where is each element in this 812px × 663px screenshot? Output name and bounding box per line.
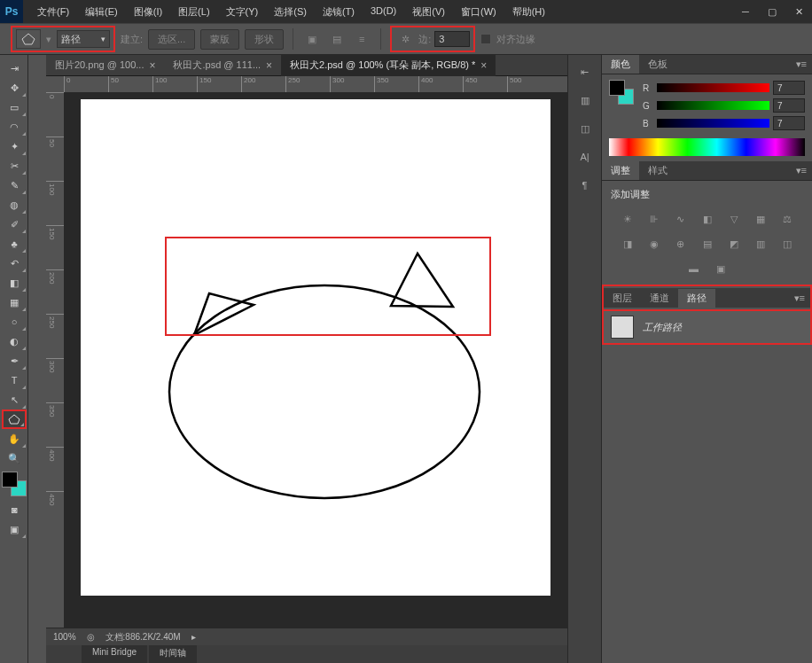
adjustments-tab[interactable]: 调整 — [602, 161, 639, 180]
history-brush-tool[interactable]: ↶ — [2, 254, 27, 273]
minimize-button[interactable]: ─ — [732, 3, 759, 20]
collapse-arrows-icon[interactable]: ⇥ — [2, 58, 27, 78]
document-tab[interactable]: 图片20.png @ 100... × — [46, 55, 164, 76]
panel-menu-icon[interactable]: ▾≡ — [791, 165, 812, 176]
stamp-tool[interactable]: ♣ — [2, 234, 27, 254]
view-icon[interactable]: ◎ — [87, 632, 95, 642]
colorlookup-icon[interactable]: ▤ — [698, 235, 717, 253]
panel-menu-icon[interactable]: ▾≡ — [789, 292, 810, 304]
selective-icon[interactable]: ▣ — [711, 260, 730, 277]
photofilter-icon[interactable]: ◉ — [644, 235, 664, 253]
zoom-level[interactable]: 100% — [53, 632, 76, 642]
close-icon[interactable]: × — [266, 59, 272, 72]
horizontal-ruler[interactable]: 050100150200250300350400450500 — [64, 76, 567, 92]
path-operations-icon[interactable]: ▣ — [302, 29, 322, 49]
fg-color-swatch[interactable] — [609, 80, 625, 96]
magic-wand-tool[interactable]: ✦ — [2, 136, 27, 156]
menu-file[interactable]: 文件(F) — [30, 2, 76, 22]
blur-tool[interactable]: ○ — [2, 312, 27, 332]
posterize-icon[interactable]: ▥ — [751, 235, 770, 253]
polygon-shape-tool[interactable] — [2, 410, 27, 429]
r-slider[interactable] — [657, 83, 769, 92]
canvas[interactable] — [81, 99, 550, 596]
brush-tool[interactable]: ✐ — [2, 214, 27, 234]
levels-icon[interactable]: ⊪ — [644, 210, 664, 228]
menu-window[interactable]: 窗口(W) — [454, 2, 504, 22]
zoom-tool[interactable]: 🔍 — [2, 448, 27, 468]
gradientmap-icon[interactable]: ▬ — [684, 260, 704, 277]
menu-view[interactable]: 视图(V) — [405, 2, 452, 22]
invert-icon[interactable]: ◩ — [724, 235, 744, 253]
bw-icon[interactable]: ◨ — [618, 235, 637, 253]
path-align-icon[interactable]: ▤ — [327, 29, 347, 49]
shape-button[interactable]: 形状 — [245, 29, 284, 50]
close-icon[interactable]: × — [480, 59, 487, 72]
lasso-tool[interactable]: ◠ — [2, 117, 27, 136]
hand-tool[interactable]: ✋ — [2, 429, 27, 448]
colorbalance-icon[interactable]: ⚖ — [777, 210, 797, 228]
gear-icon[interactable]: ✲ — [395, 29, 415, 49]
menu-3d[interactable]: 3D(D) — [363, 2, 403, 22]
panel-menu-icon[interactable]: ▾≡ — [791, 58, 812, 70]
r-input[interactable] — [773, 81, 805, 95]
menu-filter[interactable]: 滤镜(T) — [316, 2, 362, 22]
paragraph-icon[interactable]: ¶ — [575, 176, 595, 195]
channelmixer-icon[interactable]: ⊕ — [671, 235, 691, 253]
marquee-tool[interactable]: ▭ — [2, 98, 27, 117]
character-icon[interactable]: A| — [575, 147, 595, 167]
current-tool-icon[interactable] — [16, 29, 41, 49]
fg-swatch[interactable] — [2, 472, 18, 488]
close-icon[interactable]: × — [149, 59, 155, 72]
timeline-tab[interactable]: 时间轴 — [149, 645, 197, 663]
color-swatches[interactable] — [2, 472, 27, 496]
mini-bridge-tab[interactable]: Mini Bridge — [82, 645, 147, 663]
vertical-ruler[interactable]: 050100150200250300350400450 — [46, 92, 64, 628]
exposure-icon[interactable]: ◧ — [698, 210, 717, 228]
collapse-icon[interactable]: ⇤ — [575, 62, 595, 82]
close-button[interactable]: ✕ — [785, 3, 812, 20]
screen-mode-toggle[interactable]: ▣ — [2, 519, 27, 539]
quick-mask-toggle[interactable]: ◙ — [2, 500, 27, 519]
menu-select[interactable]: 选择(S) — [267, 2, 314, 22]
path-item[interactable]: 工作路径 — [604, 311, 810, 343]
channels-tab[interactable]: 通道 — [641, 289, 678, 308]
mask-button[interactable]: 蒙版 — [200, 29, 239, 50]
histogram-icon[interactable]: ▥ — [575, 90, 595, 110]
swatches-tab[interactable]: 色板 — [639, 55, 676, 74]
menu-image[interactable]: 图像(I) — [127, 2, 169, 22]
gradient-tool[interactable]: ▦ — [2, 292, 27, 312]
menu-help[interactable]: 帮助(H) — [505, 2, 552, 22]
g-input[interactable] — [773, 98, 805, 113]
threshold-icon[interactable]: ◫ — [777, 235, 797, 253]
layers-tab[interactable]: 图层 — [604, 289, 641, 308]
stroke-input[interactable] — [434, 31, 470, 47]
move-tool[interactable]: ✥ — [2, 78, 27, 98]
healing-tool[interactable]: ◍ — [2, 195, 27, 214]
tool-mode-dropdown[interactable]: 路径 — [57, 30, 110, 48]
hsl-icon[interactable]: ▦ — [751, 210, 770, 228]
styles-tab[interactable]: 样式 — [639, 161, 676, 180]
brightness-icon[interactable]: ☀ — [618, 210, 637, 228]
chevron-icon[interactable]: ▸ — [191, 632, 196, 642]
path-select-tool[interactable]: ↖ — [2, 390, 27, 410]
menu-type[interactable]: 文字(Y) — [219, 2, 266, 22]
pen-tool[interactable]: ✒ — [2, 351, 27, 370]
menu-layer[interactable]: 图层(L) — [171, 2, 216, 22]
menu-edit[interactable]: 编辑(E) — [78, 2, 125, 22]
document-tab[interactable]: 秋田犬.psd @ 111... × — [164, 55, 281, 76]
dodge-tool[interactable]: ◐ — [2, 332, 27, 351]
type-tool[interactable]: T — [2, 370, 27, 390]
vibrance-icon[interactable]: ▽ — [724, 210, 744, 228]
paths-tab[interactable]: 路径 — [678, 289, 715, 308]
maximize-button[interactable]: ▢ — [759, 3, 785, 20]
eraser-tool[interactable]: ◧ — [2, 273, 27, 292]
color-preview[interactable] — [609, 80, 634, 105]
curves-icon[interactable]: ∿ — [671, 210, 691, 228]
crop-tool[interactable]: ✂ — [2, 156, 27, 176]
color-spectrum[interactable] — [609, 138, 805, 156]
document-tab[interactable]: 秋田犬2.psd @ 100% (耳朵 副本, RGB/8) * × — [281, 55, 496, 76]
g-slider[interactable] — [657, 101, 769, 110]
eyedropper-tool[interactable]: ✎ — [2, 176, 27, 195]
color-tab[interactable]: 颜色 — [602, 55, 639, 74]
navigator-icon[interactable]: ◫ — [575, 119, 595, 138]
